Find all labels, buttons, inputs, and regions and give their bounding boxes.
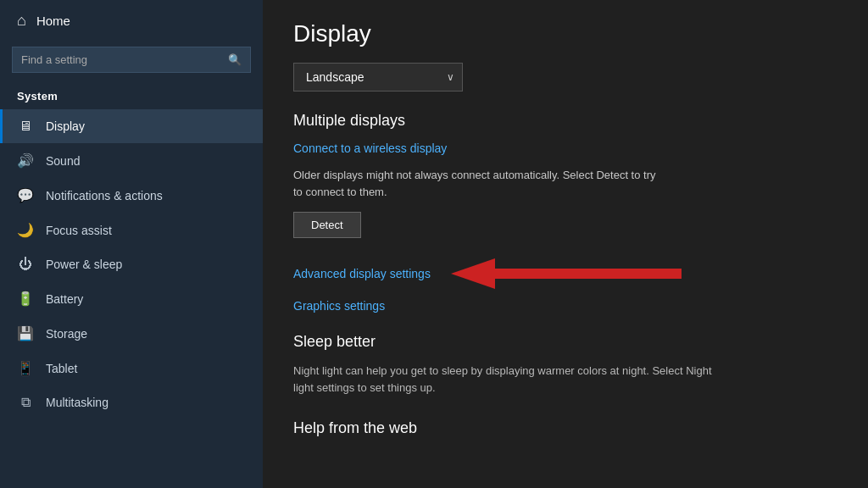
sidebar-item-power-label: Power & sleep <box>46 258 122 271</box>
home-label: Home <box>36 14 70 28</box>
sidebar-item-display-label: Display <box>46 119 85 133</box>
sidebar-item-sound[interactable]: 🔊 Sound <box>0 143 263 178</box>
sidebar-item-tablet[interactable]: 📱 Tablet <box>0 351 263 385</box>
sidebar-item-notifications[interactable]: 💬 Notifications & actions <box>0 178 263 213</box>
sidebar-item-multitasking-label: Multitasking <box>46 396 108 409</box>
advanced-display-link[interactable]: Advanced display settings <box>293 267 431 280</box>
main-content: Display Landscape Portrait Landscape (fl… <box>263 0 868 488</box>
sidebar-item-tablet-label: Tablet <box>46 362 77 375</box>
sidebar-home[interactable]: ⌂ Home <box>0 0 263 42</box>
battery-icon: 🔋 <box>17 291 34 307</box>
sidebar-item-battery-label: Battery <box>46 292 83 306</box>
orientation-select-wrapper: Landscape Portrait Landscape (flipped) P… <box>293 63 463 92</box>
page-title: Display <box>293 20 837 47</box>
sidebar-items-list: 🖥 Display 🔊 Sound 💬 Notifications & acti… <box>0 109 263 488</box>
sidebar-item-multitasking[interactable]: ⧉ Multitasking <box>0 385 263 419</box>
orientation-select[interactable]: Landscape Portrait Landscape (flipped) P… <box>293 63 463 92</box>
sidebar-section-system: System <box>0 85 263 109</box>
power-icon: ⏻ <box>17 257 34 272</box>
display-icon: 🖥 <box>17 119 34 134</box>
sidebar-item-sound-label: Sound <box>46 154 80 168</box>
storage-icon: 💾 <box>17 325 34 341</box>
svg-rect-0 <box>495 269 682 279</box>
sidebar-item-display[interactable]: 🖥 Display <box>0 109 263 143</box>
multitasking-icon: ⧉ <box>17 395 34 410</box>
search-input[interactable] <box>21 53 221 66</box>
tablet-icon: 📱 <box>17 360 34 376</box>
sidebar-item-storage-label: Storage <box>46 327 87 341</box>
help-section: Help from the web <box>293 419 837 437</box>
home-icon: ⌂ <box>17 12 26 30</box>
svg-marker-1 <box>451 258 495 289</box>
sidebar-item-notifications-label: Notifications & actions <box>46 189 163 202</box>
notifications-icon: 💬 <box>17 187 34 203</box>
sidebar-item-battery[interactable]: 🔋 Battery <box>0 281 263 316</box>
help-title: Help from the web <box>293 419 837 437</box>
focus-icon: 🌙 <box>17 222 34 238</box>
sidebar-item-power[interactable]: ⏻ Power & sleep <box>0 247 263 281</box>
sidebar-item-focus-label: Focus assist <box>46 224 112 237</box>
sidebar-item-storage[interactable]: 💾 Storage <box>0 316 263 351</box>
detect-note: Older displays might not always connect … <box>293 167 658 200</box>
orientation-row: Landscape Portrait Landscape (flipped) P… <box>293 63 837 92</box>
sound-icon: 🔊 <box>17 152 34 169</box>
multiple-displays-title: Multiple displays <box>293 112 837 130</box>
sleep-description: Night light can help you get to sleep by… <box>293 363 717 396</box>
sleep-title: Sleep better <box>293 333 837 351</box>
search-bar-container: 🔍 <box>12 47 251 73</box>
sidebar-item-focus[interactable]: 🌙 Focus assist <box>0 213 263 247</box>
graphics-settings-link[interactable]: Graphics settings <box>293 299 837 313</box>
detect-button[interactable]: Detect <box>293 212 361 238</box>
sleep-section: Sleep better Night light can help you ge… <box>293 333 837 396</box>
sidebar: ⌂ Home 🔍 System 🖥 Display 🔊 Sound 💬 Noti… <box>0 0 263 488</box>
advanced-display-row: Advanced display settings <box>293 255 837 292</box>
red-arrow-icon <box>444 255 698 292</box>
connect-wireless-link[interactable]: Connect to a wireless display <box>293 141 837 155</box>
search-icon: 🔍 <box>228 53 242 66</box>
